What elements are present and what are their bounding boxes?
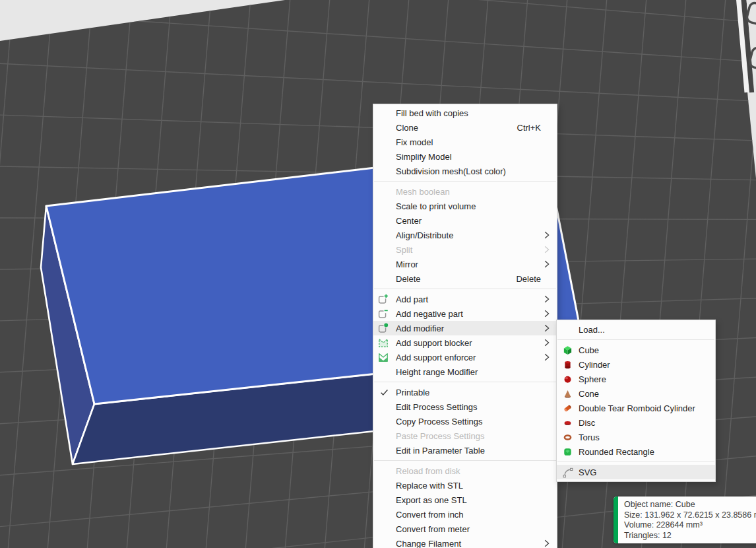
menu-item-label: Center	[396, 216, 422, 226]
menu-item-shortcut: Delete	[516, 274, 557, 284]
menu-item-label: Replace with STL	[396, 481, 463, 491]
disc-icon	[563, 418, 573, 428]
cone-icon	[563, 389, 573, 399]
menu-item-add-negative-part[interactable]: Add negative part	[373, 306, 557, 321]
menu-item-align-distribute[interactable]: Align/Distribute	[373, 228, 557, 242]
menu-item-label: Add support enforcer	[396, 353, 476, 362]
menu-item-label: Cone	[579, 389, 599, 399]
menu-item-label: Change Filament	[396, 539, 461, 548]
cylinder-icon	[563, 360, 573, 370]
menu-item-printable[interactable]: Printable	[373, 385, 557, 399]
menu-item-subdivision-mesh-lost-color[interactable]: Subdivision mesh(Lost color)	[373, 164, 557, 178]
menu-item-fix-model[interactable]: Fix model	[373, 135, 557, 149]
menu-item-load[interactable]: Load...	[557, 322, 715, 337]
menu-item-export-as-one-stl[interactable]: Export as one STL	[373, 493, 557, 507]
menu-item-label: Edit Process Settings	[396, 402, 478, 412]
support-blocker-icon	[378, 337, 389, 348]
menu-item-label: Fill bed with copies	[396, 108, 468, 118]
cube-icon	[563, 345, 573, 356]
menu-item-label: Clone	[396, 123, 418, 133]
menu-item-edit-in-parameter-table[interactable]: Edit in Parameter Table	[373, 443, 557, 458]
menu-item-double-tear-romboid-cylinder[interactable]: Double Tear Romboid Cylinder	[557, 401, 715, 415]
menu-item-svg[interactable]: SVG	[557, 465, 715, 479]
menu-item-label: Printable	[396, 388, 429, 397]
sphere-icon	[563, 374, 573, 385]
menu-item-fill-bed-with-copies[interactable]: Fill bed with copies	[373, 106, 557, 120]
menu-item-add-support-enforcer[interactable]: Add support enforcer	[373, 350, 557, 364]
menu-item-label: Disc	[579, 418, 595, 428]
menu-item-disc[interactable]: Disc	[557, 415, 715, 430]
menu-item-rounded-rectangle[interactable]: Rounded Rectangle	[557, 444, 715, 459]
add-modifier-icon	[378, 323, 389, 333]
menu-item-label: Double Tear Romboid Cylinder	[579, 403, 695, 413]
menu-item-edit-process-settings[interactable]: Edit Process Settings	[373, 399, 557, 414]
menu-item-label: Subdivision mesh(Lost color)	[396, 166, 506, 176]
menu-item-label: Add support blocker	[396, 338, 472, 348]
support-enforcer-icon	[378, 352, 389, 362]
menu-item-change-filament[interactable]: Change Filament	[373, 536, 557, 548]
menu-item-label: Scale to print volume	[396, 201, 476, 211]
submenu-arrow-icon	[544, 353, 550, 361]
menu-item-label: Copy Process Settings	[396, 417, 483, 427]
menu-item-label: Align/Distribute	[396, 230, 453, 240]
menu-item-torus[interactable]: Torus	[557, 430, 715, 444]
menu-item-label: Cylinder	[579, 360, 610, 370]
menu-item-label: Reload from disk	[396, 466, 460, 476]
menu-item-sphere[interactable]: Sphere	[557, 372, 715, 386]
menu-separator	[557, 462, 714, 462]
menu-separator	[374, 181, 556, 182]
menu-item-mirror[interactable]: Mirror	[373, 257, 557, 271]
menu-item-split[interactable]: Split	[373, 242, 557, 257]
submenu-arrow-icon	[544, 324, 550, 332]
menu-item-label: Cube	[579, 345, 599, 355]
menu-item-label: Paste Process Settings	[396, 431, 484, 441]
menu-item-simplify-model[interactable]: Simplify Model	[373, 149, 557, 164]
menu-item-label: Edit in Parameter Table	[396, 446, 485, 456]
menu-item-cone[interactable]: Cone	[557, 386, 715, 401]
menu-item-label: Convert from meter	[396, 524, 470, 534]
menu-item-label: Height range Modifier	[396, 367, 478, 377]
object-context-menu: Fill bed with copiesCloneCtrl+KFix model…	[373, 104, 557, 548]
menu-item-cube[interactable]: Cube	[557, 343, 715, 357]
viewport-3d: Fill bed with copiesCloneCtrl+KFix model…	[0, 0, 756, 548]
menu-item-replace-with-stl[interactable]: Replace with STL	[373, 478, 557, 493]
object-name-line: Object name: Cube	[624, 500, 756, 510]
menu-item-add-support-blocker[interactable]: Add support blocker	[373, 335, 557, 350]
menu-item-reload-from-disk[interactable]: Reload from disk	[373, 463, 557, 478]
menu-item-label: Mirror	[396, 259, 418, 269]
menu-item-convert-from-meter[interactable]: Convert from meter	[373, 522, 557, 536]
menu-item-delete[interactable]: DeleteDelete	[373, 271, 557, 286]
menu-item-label: Fix model	[396, 137, 433, 147]
menu-item-mesh-boolean[interactable]: Mesh boolean	[373, 184, 557, 199]
menu-item-add-modifier[interactable]: Add modifier	[373, 321, 557, 335]
menu-item-label: Mesh boolean	[396, 187, 450, 197]
torus-icon	[563, 432, 573, 443]
menu-item-height-range-modifier[interactable]: Height range Modifier	[373, 364, 557, 379]
double-tear-romboid-cylinder-icon	[563, 403, 573, 414]
object-size-line: Size: 131.962 x 72.6215 x 23.8586 mm	[624, 510, 756, 521]
menu-separator	[374, 289, 556, 289]
add-modifier-submenu: Load...CubeCylinderSphereConeDouble Tear…	[556, 320, 716, 482]
info-card-green-stripe	[614, 497, 618, 543]
menu-item-label: Rounded Rectangle	[579, 447, 654, 457]
menu-item-clone[interactable]: CloneCtrl+K	[373, 120, 557, 135]
rounded-rectangle-icon	[563, 447, 573, 458]
menu-item-label: Convert from inch	[396, 510, 464, 520]
add-part-icon	[378, 294, 389, 304]
menu-item-label: Split	[396, 245, 412, 255]
menu-item-label: SVG	[579, 467, 596, 477]
menu-item-add-part[interactable]: Add part	[373, 292, 557, 306]
check-icon	[379, 388, 389, 397]
menu-item-cylinder[interactable]: Cylinder	[557, 357, 715, 372]
submenu-arrow-icon	[544, 295, 550, 303]
object-info-card: Object name: Cube Size: 131.962 x 72.621…	[614, 497, 756, 543]
menu-item-scale-to-print-volume[interactable]: Scale to print volume	[373, 199, 557, 213]
menu-separator	[374, 460, 556, 461]
menu-item-copy-process-settings[interactable]: Copy Process Settings	[373, 414, 557, 428]
menu-separator	[374, 382, 556, 382]
submenu-arrow-icon	[544, 231, 550, 239]
menu-item-center[interactable]: Center	[373, 213, 557, 228]
menu-item-convert-from-inch[interactable]: Convert from inch	[373, 507, 557, 522]
menu-item-paste-process-settings[interactable]: Paste Process Settings	[373, 428, 557, 443]
submenu-arrow-icon	[544, 260, 550, 268]
